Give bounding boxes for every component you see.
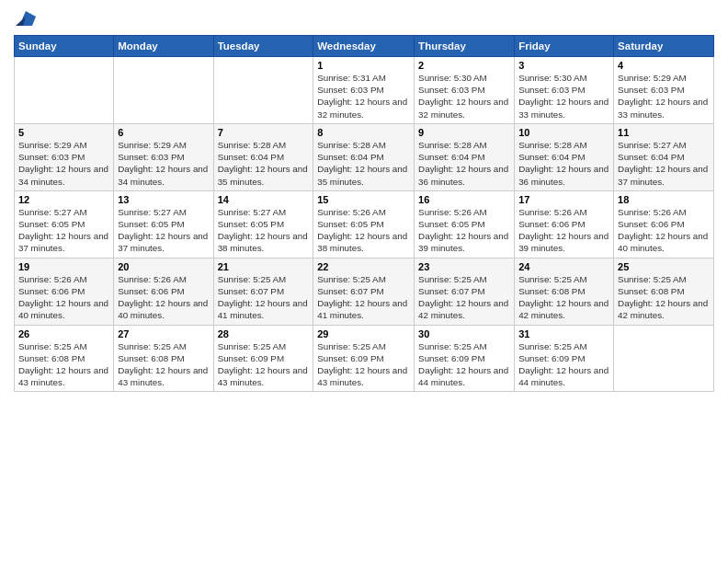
day-info: Sunrise: 5:27 AM Sunset: 6:04 PM Dayligh… — [618, 139, 710, 188]
day-info: Sunrise: 5:30 AM Sunset: 6:03 PM Dayligh… — [418, 72, 510, 121]
sunrise-text: Sunrise: 5:29 AM — [618, 73, 687, 83]
daylight-text: Daylight: 12 hours and 40 minutes. — [618, 231, 708, 253]
day-info: Sunrise: 5:26 AM Sunset: 6:05 PM Dayligh… — [418, 206, 510, 255]
sunset-text: Sunset: 6:04 PM — [618, 152, 684, 162]
day-info: Sunrise: 5:27 AM Sunset: 6:05 PM Dayligh… — [118, 206, 209, 255]
sunrise-text: Sunrise: 5:30 AM — [418, 73, 487, 83]
calendar-cell: 3 Sunrise: 5:30 AM Sunset: 6:03 PM Dayli… — [515, 57, 614, 124]
day-number: 9 — [418, 127, 510, 138]
th-tuesday: Tuesday — [213, 36, 313, 57]
sunrise-text: Sunrise: 5:25 AM — [118, 341, 187, 351]
week-row-2: 5 Sunrise: 5:29 AM Sunset: 6:03 PM Dayli… — [15, 123, 714, 190]
day-info: Sunrise: 5:28 AM Sunset: 6:04 PM Dayligh… — [218, 139, 310, 188]
sunset-text: Sunset: 6:03 PM — [418, 85, 484, 95]
day-number: 20 — [118, 261, 209, 272]
sunrise-text: Sunrise: 5:29 AM — [18, 140, 87, 150]
sunrise-text: Sunrise: 5:27 AM — [118, 207, 187, 217]
calendar-cell: 12 Sunrise: 5:27 AM Sunset: 6:05 PM Dayl… — [15, 190, 114, 258]
calendar-cell: 19 Sunrise: 5:26 AM Sunset: 6:06 PM Dayl… — [15, 258, 114, 325]
day-info: Sunrise: 5:25 AM Sunset: 6:07 PM Dayligh… — [218, 273, 310, 322]
sunset-text: Sunset: 6:03 PM — [618, 85, 684, 95]
daylight-text: Daylight: 12 hours and 33 minutes. — [618, 97, 708, 119]
day-info: Sunrise: 5:28 AM Sunset: 6:04 PM Dayligh… — [518, 139, 609, 188]
day-info: Sunrise: 5:26 AM Sunset: 6:05 PM Dayligh… — [317, 206, 410, 255]
day-info: Sunrise: 5:29 AM Sunset: 6:03 PM Dayligh… — [618, 72, 710, 121]
calendar-cell: 7 Sunrise: 5:28 AM Sunset: 6:04 PM Dayli… — [213, 123, 313, 190]
calendar-cell: 26 Sunrise: 5:25 AM Sunset: 6:08 PM Dayl… — [15, 325, 114, 392]
sunset-text: Sunset: 6:05 PM — [118, 219, 184, 229]
sunset-text: Sunset: 6:05 PM — [418, 219, 484, 229]
day-number: 18 — [618, 194, 710, 205]
logo — [14, 9, 36, 29]
sunset-text: Sunset: 6:08 PM — [518, 286, 585, 296]
calendar-cell: 31 Sunrise: 5:25 AM Sunset: 6:09 PM Dayl… — [515, 325, 614, 392]
sunset-text: Sunset: 6:09 PM — [317, 353, 383, 363]
day-number: 17 — [518, 194, 609, 205]
calendar-cell — [15, 57, 114, 124]
sunrise-text: Sunrise: 5:31 AM — [317, 73, 386, 83]
sunset-text: Sunset: 6:04 PM — [317, 152, 383, 162]
day-number: 15 — [317, 194, 410, 205]
day-number: 4 — [618, 60, 710, 71]
sunrise-text: Sunrise: 5:28 AM — [518, 140, 587, 150]
daylight-text: Daylight: 12 hours and 37 minutes. — [18, 231, 108, 253]
calendar-cell: 1 Sunrise: 5:31 AM Sunset: 6:03 PM Dayli… — [313, 57, 415, 124]
day-info: Sunrise: 5:25 AM Sunset: 6:08 PM Dayligh… — [518, 273, 609, 322]
sunrise-text: Sunrise: 5:25 AM — [518, 341, 587, 351]
calendar-cell: 2 Sunrise: 5:30 AM Sunset: 6:03 PM Dayli… — [415, 57, 515, 124]
calendar-cell: 10 Sunrise: 5:28 AM Sunset: 6:04 PM Dayl… — [515, 123, 614, 190]
day-info: Sunrise: 5:29 AM Sunset: 6:03 PM Dayligh… — [18, 139, 109, 188]
sunrise-text: Sunrise: 5:26 AM — [418, 207, 487, 217]
daylight-text: Daylight: 12 hours and 42 minutes. — [518, 298, 609, 320]
day-number: 3 — [518, 60, 609, 71]
day-number: 2 — [418, 60, 510, 71]
sunrise-text: Sunrise: 5:25 AM — [18, 341, 87, 351]
day-info: Sunrise: 5:29 AM Sunset: 6:03 PM Dayligh… — [118, 139, 209, 188]
sunrise-text: Sunrise: 5:26 AM — [18, 274, 87, 284]
sunset-text: Sunset: 6:05 PM — [218, 219, 284, 229]
sunset-text: Sunset: 6:03 PM — [118, 152, 184, 162]
sunset-text: Sunset: 6:07 PM — [218, 286, 284, 296]
sunset-text: Sunset: 6:06 PM — [518, 219, 585, 229]
day-number: 14 — [218, 194, 310, 205]
sunrise-text: Sunrise: 5:25 AM — [218, 274, 287, 284]
day-number: 16 — [418, 194, 510, 205]
daylight-text: Daylight: 12 hours and 36 minutes. — [518, 164, 609, 186]
sunset-text: Sunset: 6:06 PM — [118, 286, 184, 296]
daylight-text: Daylight: 12 hours and 33 minutes. — [518, 97, 609, 119]
day-number: 25 — [618, 261, 710, 272]
sunrise-text: Sunrise: 5:26 AM — [618, 207, 687, 217]
sunrise-text: Sunrise: 5:26 AM — [317, 207, 386, 217]
day-number: 28 — [218, 328, 310, 339]
calendar-cell: 4 Sunrise: 5:29 AM Sunset: 6:03 PM Dayli… — [614, 57, 714, 124]
daylight-text: Daylight: 12 hours and 35 minutes. — [218, 164, 308, 186]
day-number: 26 — [18, 328, 109, 339]
sunset-text: Sunset: 6:06 PM — [618, 219, 684, 229]
sunset-text: Sunset: 6:04 PM — [418, 152, 484, 162]
calendar-cell: 23 Sunrise: 5:25 AM Sunset: 6:07 PM Dayl… — [415, 258, 515, 325]
day-info: Sunrise: 5:26 AM Sunset: 6:06 PM Dayligh… — [518, 206, 609, 255]
sunrise-text: Sunrise: 5:30 AM — [518, 73, 587, 83]
calendar-cell: 20 Sunrise: 5:26 AM Sunset: 6:06 PM Dayl… — [114, 258, 213, 325]
day-number: 23 — [418, 261, 510, 272]
day-info: Sunrise: 5:25 AM Sunset: 6:08 PM Dayligh… — [18, 340, 109, 389]
sunrise-text: Sunrise: 5:28 AM — [218, 140, 287, 150]
sunset-text: Sunset: 6:04 PM — [518, 152, 585, 162]
day-info: Sunrise: 5:25 AM Sunset: 6:08 PM Dayligh… — [618, 273, 710, 322]
day-info: Sunrise: 5:31 AM Sunset: 6:03 PM Dayligh… — [317, 72, 410, 121]
calendar-cell: 8 Sunrise: 5:28 AM Sunset: 6:04 PM Dayli… — [313, 123, 415, 190]
daylight-text: Daylight: 12 hours and 41 minutes. — [317, 298, 407, 320]
sunset-text: Sunset: 6:08 PM — [18, 353, 85, 363]
day-info: Sunrise: 5:25 AM Sunset: 6:09 PM Dayligh… — [418, 340, 510, 389]
day-number: 13 — [118, 194, 209, 205]
daylight-text: Daylight: 12 hours and 37 minutes. — [118, 231, 208, 253]
week-row-4: 19 Sunrise: 5:26 AM Sunset: 6:06 PM Dayl… — [15, 258, 714, 325]
daylight-text: Daylight: 12 hours and 40 minutes. — [118, 298, 208, 320]
sunrise-text: Sunrise: 5:25 AM — [418, 274, 487, 284]
daylight-text: Daylight: 12 hours and 43 minutes. — [317, 365, 407, 387]
sunrise-text: Sunrise: 5:25 AM — [418, 341, 487, 351]
daylight-text: Daylight: 12 hours and 39 minutes. — [418, 231, 508, 253]
calendar-cell — [213, 57, 313, 124]
calendar-cell: 30 Sunrise: 5:25 AM Sunset: 6:09 PM Dayl… — [415, 325, 515, 392]
day-number: 24 — [518, 261, 609, 272]
